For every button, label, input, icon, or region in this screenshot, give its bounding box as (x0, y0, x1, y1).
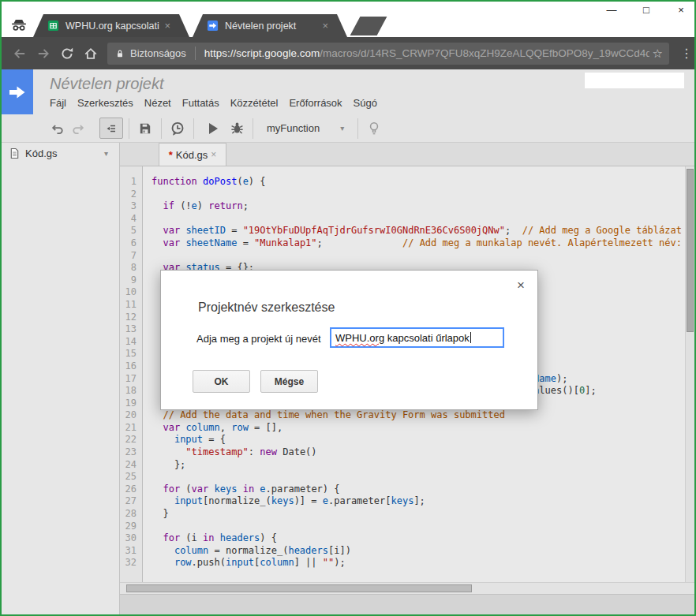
editor-toolbar: myFunction ▾ (2, 114, 694, 143)
minimize-button[interactable]: — (604, 4, 619, 16)
code-text (143, 312, 152, 324)
code-text: input = { (143, 434, 226, 446)
browser-menu-icon[interactable]: ⋮ (679, 46, 694, 61)
code-text: input[normalize_(keys)] = e.parameter[ke… (143, 495, 425, 508)
project-title[interactable]: Névtelen projekt (50, 75, 164, 93)
code-text: } (143, 508, 169, 521)
address-bar[interactable]: Biztonságos https://script.google.com /m… (107, 43, 669, 65)
function-select[interactable]: myFunction ▾ (259, 122, 352, 134)
code-line[interactable]: 31 column = normalize_(headers[i]) (120, 545, 685, 558)
redo-icon[interactable] (68, 121, 88, 136)
code-text (143, 299, 152, 312)
tab-close-icon[interactable]: × (164, 20, 170, 32)
horizontal-scrollbar[interactable] (120, 582, 694, 594)
apps-script-logo-icon (2, 69, 33, 114)
line-number: 7 (120, 250, 143, 263)
code-line[interactable]: 7 (120, 250, 685, 263)
line-number: 24 (120, 459, 143, 472)
vertical-scrollbar-thumb[interactable] (687, 169, 694, 332)
code-line[interactable]: 5 var sheetID = "19OtYbFuDUpfAqTjdrGufsr… (120, 225, 685, 237)
menu-help[interactable]: Súgó (348, 95, 383, 111)
line-number: 17 (120, 373, 143, 386)
line-number: 5 (120, 225, 143, 237)
forward-icon[interactable] (32, 47, 55, 61)
run-icon[interactable] (203, 123, 223, 134)
chevron-down-icon[interactable]: ▾ (104, 149, 111, 158)
menu-view[interactable]: Nézet (139, 95, 177, 111)
vertical-scrollbar[interactable] (685, 166, 694, 582)
new-tab-button[interactable] (350, 17, 387, 35)
line-number: 2 (120, 189, 143, 201)
browser-tab-sheets[interactable]: WPHU.org kapcsolati űrlapok × (33, 14, 189, 37)
editor-tab-kod-gs[interactable]: * Kód.gs × (159, 143, 226, 166)
dialog-close-icon[interactable]: × (517, 278, 525, 293)
code-text (143, 286, 152, 299)
unsaved-indicator: * (169, 149, 173, 161)
bookmark-star-icon[interactable]: ☆ (649, 47, 663, 61)
code-text: var sheetName = "Munkalap1"; // Add meg … (143, 237, 685, 250)
cancel-button[interactable]: Mégse (260, 370, 318, 393)
code-line[interactable]: 2 (120, 189, 685, 201)
code-line[interactable]: 22 input = { (120, 434, 685, 446)
url-separator (195, 47, 196, 60)
line-number: 28 (120, 508, 143, 521)
secure-label[interactable]: Biztonságos (130, 47, 186, 59)
text-caret (470, 332, 471, 343)
code-line[interactable]: 29 (120, 521, 685, 533)
code-line[interactable]: 3 if (!e) return; (120, 200, 685, 213)
indent-icon[interactable] (99, 118, 123, 139)
code-line[interactable]: 27 input[normalize_(keys)] = e.parameter… (120, 495, 685, 508)
code-line[interactable]: 1function doPost(e) { (120, 176, 685, 189)
code-line[interactable]: 26 for (var keys in e.parameter) { (120, 483, 685, 496)
code-text (143, 213, 152, 226)
function-name: myFunction (267, 122, 320, 134)
menu-publish[interactable]: Közzététel (225, 95, 284, 111)
line-number: 9 (120, 274, 143, 287)
menu-resources[interactable]: Erőforrások (283, 95, 347, 111)
code-line[interactable]: 30 for (i in headers) { (120, 532, 685, 545)
dialog-title: Projektnév szerkesztése (198, 301, 335, 315)
code-line[interactable]: 20 // Add the data and time when the Gra… (120, 409, 685, 422)
maximize-button[interactable]: □ (639, 4, 653, 16)
debug-icon[interactable] (226, 121, 247, 136)
home-icon[interactable] (79, 47, 103, 61)
horizontal-scrollbar-thumb[interactable] (126, 584, 472, 592)
code-line[interactable]: 24 }; (120, 459, 685, 472)
menu-edit[interactable]: Szerkesztés (72, 95, 139, 111)
code-line[interactable]: 21 var column, row = [], (120, 422, 685, 435)
code-text: function doPost(e) { (143, 176, 266, 189)
code-line[interactable]: 6 var sheetName = "Munkalap1"; // Add me… (120, 237, 685, 250)
file-name: Kód.gs (25, 147, 57, 159)
menu-file[interactable]: Fájl (44, 95, 72, 111)
line-number: 23 (120, 446, 143, 459)
code-line[interactable]: 23 "timestamp": new Date() (120, 446, 685, 459)
menu-run[interactable]: Futtatás (177, 95, 225, 111)
code-line[interactable]: 28 } (120, 508, 685, 521)
project-name-input[interactable]: WPHU.org kapcsolati űrlapok (330, 327, 504, 348)
sidebar-item-kod-gs[interactable]: Kód.gs ▾ (2, 143, 119, 164)
code-text: for (i in headers) { (143, 532, 277, 545)
back-icon[interactable] (8, 47, 32, 61)
line-number: 26 (120, 483, 143, 496)
close-button[interactable]: × (674, 4, 688, 16)
history-icon[interactable] (167, 121, 188, 136)
code-text: "timestamp": new Date() (143, 446, 317, 459)
code-line[interactable]: 4 (120, 213, 685, 226)
tab-close-icon[interactable]: × (322, 20, 328, 32)
browser-tab-script[interactable]: Névtelen projekt × (193, 14, 347, 37)
code-line[interactable]: 32 row.push(input[column] || ""); (120, 557, 685, 569)
line-number: 15 (120, 348, 143, 360)
ok-button[interactable]: OK (193, 370, 250, 393)
toolbar-separator (357, 118, 358, 139)
undo-icon[interactable] (47, 121, 68, 136)
editor-tab-close-icon[interactable]: × (211, 149, 216, 160)
line-number: 13 (120, 323, 143, 336)
line-number: 14 (120, 336, 143, 349)
reload-icon[interactable] (55, 47, 79, 61)
save-icon[interactable] (135, 121, 155, 136)
browser-window: — □ × WPHU.org kapcsolati űrlapok × Névt… (0, 0, 696, 616)
file-icon (9, 147, 20, 159)
code-line[interactable]: 25 (120, 471, 685, 483)
lightbulb-icon[interactable] (364, 121, 384, 136)
editor-tabbar: * Kód.gs × (120, 143, 694, 166)
